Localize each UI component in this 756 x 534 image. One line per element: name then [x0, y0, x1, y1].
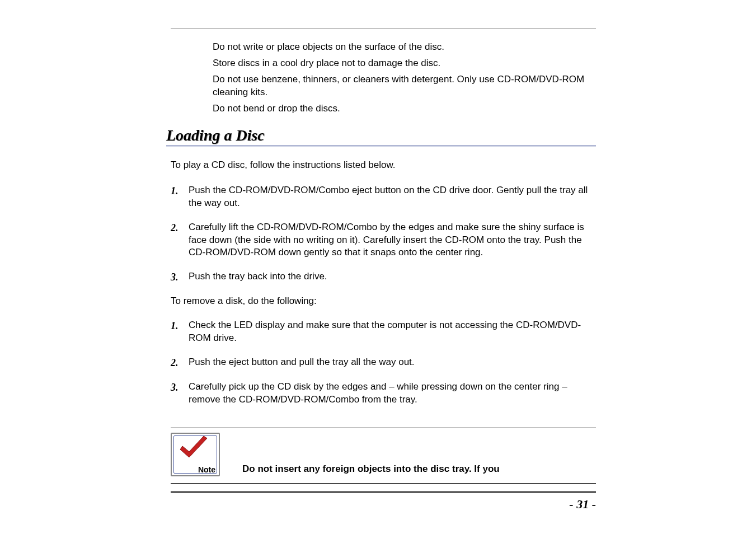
care-item: Store discs in a cool dry place not to d… — [213, 57, 596, 70]
step-text: Push the CD-ROM/DVD-ROM/Combo eject butt… — [189, 184, 596, 210]
disc-care-list: Do not write or place objects on the sur… — [213, 41, 596, 115]
load-steps-list: 1. Push the CD-ROM/DVD-ROM/Combo eject b… — [171, 184, 596, 284]
intro-paragraph: To play a CD disc, follow the instructio… — [171, 160, 596, 171]
note-text: Do not insert any foreign objects into t… — [242, 463, 500, 476]
step-text: Carefully pick up the CD disk by the edg… — [189, 381, 596, 406]
step-text: Push the eject button and pull the tray … — [189, 356, 596, 369]
step-number: 2. — [171, 221, 189, 260]
step-number: 3. — [171, 270, 189, 284]
step-text: Carefully lift the CD-ROM/DVD-ROM/Combo … — [189, 221, 596, 260]
section-heading: Loading a Disc — [166, 127, 596, 147]
list-item: 2. Push the eject button and pull the tr… — [171, 356, 596, 369]
checkmark-icon — [176, 435, 211, 462]
note-icon: Note — [171, 433, 220, 476]
care-item: Do not bend or drop the discs. — [213, 102, 596, 115]
note-callout: Note Do not insert any foreign objects i… — [171, 428, 596, 484]
remove-steps-list: 1. Check the LED display and make sure t… — [171, 319, 596, 406]
footer-rule: - 31 - — [171, 491, 596, 493]
list-item: 3. Carefully pick up the CD disk by the … — [171, 381, 596, 406]
care-item: Do not write or place objects on the sur… — [213, 41, 596, 54]
step-number: 1. — [171, 319, 189, 345]
care-item: Do not use benzene, thinners, or cleaner… — [213, 73, 596, 99]
remove-intro-paragraph: To remove a disk, do the following: — [171, 296, 596, 307]
step-text: Check the LED display and make sure that… — [189, 319, 596, 345]
list-item: 2. Carefully lift the CD-ROM/DVD-ROM/Com… — [171, 221, 596, 260]
step-number: 2. — [171, 356, 189, 369]
step-text: Push the tray back into the drive. — [189, 270, 596, 284]
step-number: 3. — [171, 381, 189, 406]
document-page: Do not write or place objects on the sur… — [171, 28, 596, 484]
page-number: - 31 - — [569, 497, 596, 512]
list-item: 3. Push the tray back into the drive. — [171, 270, 596, 284]
list-item: 1. Check the LED display and make sure t… — [171, 319, 596, 345]
step-number: 1. — [171, 184, 189, 210]
note-label: Note — [198, 465, 215, 474]
list-item: 1. Push the CD-ROM/DVD-ROM/Combo eject b… — [171, 184, 596, 210]
